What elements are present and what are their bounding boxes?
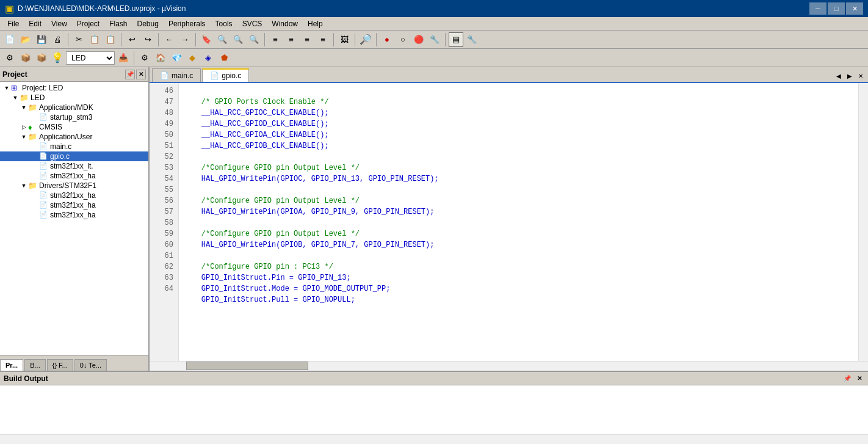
menu-project[interactable]: Project (72, 18, 104, 29)
build-toolbar-button[interactable]: ⚙ (2, 51, 17, 65)
options-button[interactable]: 🔧 (465, 32, 479, 47)
ln-62: 62 (150, 261, 176, 272)
search2-button[interactable]: 🔍 (231, 32, 245, 47)
debug-button[interactable]: ⬟ (217, 51, 231, 65)
horizontal-scrollbar[interactable] (150, 361, 868, 371)
tree-arrow-cmsis: ▷ (20, 124, 28, 130)
save-button[interactable]: 💾 (34, 32, 49, 47)
tab-close-all[interactable]: ✕ (856, 71, 866, 81)
menu-edit[interactable]: Edit (24, 18, 46, 29)
paste-button[interactable]: 📋 (103, 32, 118, 47)
build-h-scrollbar[interactable] (0, 434, 868, 444)
undo-button[interactable]: ↩ (125, 32, 139, 47)
ln-63: 63 (150, 272, 176, 283)
tree-item-led[interactable]: ▼ 📁 LED (0, 93, 148, 103)
bookmark-button[interactable]: 🔖 (199, 32, 214, 47)
outdent-button[interactable]: ≡ (284, 32, 298, 47)
ln-47: 47 (150, 96, 176, 107)
tab-scroll-left[interactable]: ◀ (834, 71, 844, 81)
rebuild-button[interactable]: 💎 (169, 51, 184, 65)
tree-item-project[interactable]: ▼ ⊞ Project: LED (0, 83, 148, 93)
tree-item-stm32it[interactable]: ▷ 📄 stm32f1xx_it. (0, 161, 148, 171)
panel-pin-button[interactable]: 📌 (125, 70, 135, 79)
panel-tab-templates[interactable]: 0↓ Te... (74, 359, 107, 371)
file-icon-gpioc: 📄 (39, 152, 49, 161)
code-line-51 (184, 153, 188, 161)
toolbar-sep-3 (158, 33, 159, 46)
packages-button[interactable]: 📦 (18, 51, 33, 65)
format2-button[interactable]: ≡ (316, 32, 330, 47)
h-scrollbar-thumb[interactable] (186, 362, 308, 370)
target-select[interactable]: LED (66, 51, 115, 65)
translate-button[interactable]: ⚙ (137, 51, 152, 65)
save-all-button[interactable]: 🖨 (50, 32, 65, 47)
panel-tab-books[interactable]: B... (24, 359, 46, 371)
tab-scroll-right[interactable]: ▶ (845, 71, 855, 81)
tree-item-cmsis[interactable]: ▷ ♦ CMSIS (0, 122, 148, 132)
tree-item-drivers[interactable]: ▼ 📁 Drivers/STM32F1 (0, 181, 148, 191)
panel-close-button[interactable]: ✕ (136, 70, 146, 79)
tree-item-startup[interactable]: ▷ 📄 startup_stm3 (0, 112, 148, 122)
manage-button[interactable]: 📥 (116, 51, 131, 65)
menu-debug[interactable]: Debug (132, 18, 164, 29)
stop-button[interactable]: ○ (396, 32, 410, 47)
ln-54: 54 (150, 173, 176, 184)
indent-button[interactable]: ≡ (268, 32, 283, 47)
search3-button[interactable]: 🔍 (247, 32, 261, 47)
build-button[interactable]: 🏠 (153, 51, 168, 65)
tree-item-drv2[interactable]: ▷ 📄 stm32f1xx_ha (0, 200, 148, 210)
editor-scrollbar[interactable] (858, 83, 868, 361)
menu-flash[interactable]: Flash (104, 18, 132, 29)
view-button[interactable]: 🖼 (337, 32, 352, 47)
cut-button[interactable]: ✂ (71, 32, 86, 47)
ln-51: 51 (150, 140, 176, 151)
fire-button[interactable]: 🔴 (411, 32, 426, 47)
maximize-button[interactable]: □ (828, 2, 845, 15)
tab-icon-mainc: 📄 (160, 71, 169, 80)
tree-item-appuser[interactable]: ▼ 📁 Application/User (0, 132, 148, 142)
tab-mainc[interactable]: 📄 main.c (152, 68, 201, 82)
toolbar-sep-2 (121, 33, 121, 46)
tree-item-mainc[interactable]: ▷ 📄 main.c (0, 142, 148, 151)
code-line-48: __HAL_RCC_GPIOD_CLK_ENABLE(); (184, 120, 329, 128)
prev-button[interactable]: ← (162, 32, 176, 47)
close-button[interactable]: ✕ (846, 2, 863, 15)
format-button[interactable]: ≡ (300, 32, 314, 47)
minimize-button[interactable]: ─ (809, 2, 826, 15)
next-button[interactable]: → (178, 32, 192, 47)
menu-file[interactable]: File (2, 18, 24, 29)
tree-item-drv3[interactable]: ▷ 📄 stm32f1xx_ha (0, 210, 148, 220)
components-button[interactable]: 📦 (34, 51, 49, 65)
panel-tab-functions[interactable]: {} F... (47, 359, 73, 371)
open-button[interactable]: 📂 (18, 32, 33, 47)
batch-button[interactable]: ◆ (185, 51, 200, 65)
view2-button[interactable]: ▤ (449, 32, 463, 47)
magnify-button[interactable]: 🔎 (358, 32, 373, 47)
record-button[interactable]: ● (380, 32, 394, 47)
ln-56: 56 (150, 195, 176, 206)
menu-window[interactable]: Window (267, 18, 303, 29)
wizard-button[interactable]: 💡 (50, 51, 65, 65)
search-button[interactable]: 🔍 (215, 32, 230, 47)
tree-item-gpioc[interactable]: ▷ 📄 gpio.c (0, 151, 148, 161)
tree-label-project: Project: LED (22, 84, 63, 92)
tree-item-drv1[interactable]: ▷ 📄 stm32f1xx_ha (0, 191, 148, 200)
copy-button[interactable]: 📋 (87, 32, 102, 47)
panel-tab-project[interactable]: Pr... (0, 359, 23, 371)
settings2-button[interactable]: 🔧 (427, 32, 442, 47)
code-content[interactable]: /* GPIO Ports Clock Enable */ __HAL_RCC_… (179, 83, 858, 361)
menu-view[interactable]: View (46, 18, 72, 29)
tree-item-appmdk[interactable]: ▼ 📁 Application/MDK (0, 103, 148, 112)
tree-item-stm32ha1[interactable]: ▷ 📄 stm32f1xx_ha (0, 171, 148, 181)
menu-peripherals[interactable]: Peripherals (164, 18, 211, 29)
build-pin-button[interactable]: 📌 (842, 374, 852, 384)
menu-svcs[interactable]: SVCS (237, 18, 267, 29)
redo-button[interactable]: ↪ (140, 32, 155, 47)
project-tree: ▼ ⊞ Project: LED ▼ 📁 LED ▼ 📁 Application… (0, 82, 148, 355)
flash-button[interactable]: ◈ (201, 51, 215, 65)
build-close-button[interactable]: ✕ (855, 374, 864, 384)
tab-gpioc[interactable]: 📄 gpio.c (202, 68, 249, 82)
new-file-button[interactable]: 📄 (2, 32, 17, 47)
menu-tools[interactable]: Tools (211, 18, 237, 29)
menu-help[interactable]: Help (303, 18, 328, 29)
